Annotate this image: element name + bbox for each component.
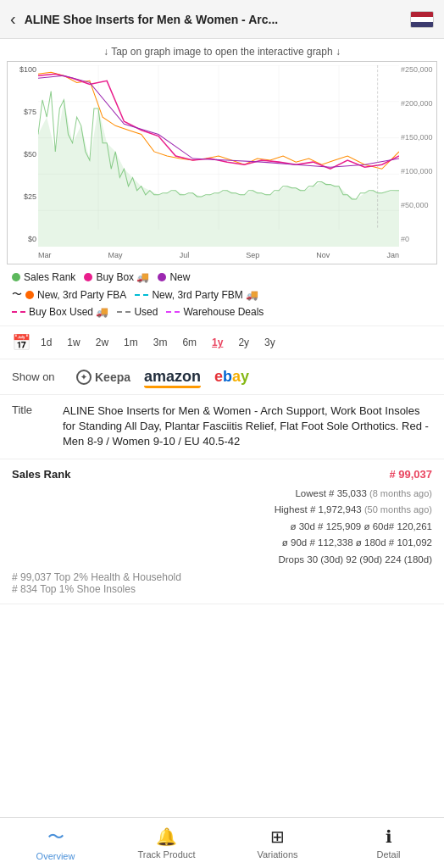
drops-30d: 30 xyxy=(307,554,318,565)
time-3y[interactable]: 3y xyxy=(259,334,280,351)
time-1w[interactable]: 1w xyxy=(62,334,85,351)
detail-icon: ℹ xyxy=(386,826,392,847)
legend-sales-rank: Sales Rank xyxy=(12,271,75,283)
avg-180d-label: ø 180d xyxy=(356,537,389,548)
nav-variations-label: Variations xyxy=(257,849,297,860)
y-axis-right: #0 #50,000 #100,000 #150,000 #200,000 #2… xyxy=(399,62,436,247)
back-button[interactable]: ‹ xyxy=(10,9,16,29)
ebay-a: a xyxy=(232,368,241,385)
app-header: ‹ ALINE Shoe Inserts for Men & Women - A… xyxy=(0,0,444,39)
page-title: ALINE Shoe Inserts for Men & Women - Arc… xyxy=(25,13,402,26)
lowest-ago: (8 months ago) xyxy=(369,488,432,498)
time-1d[interactable]: 1d xyxy=(36,334,57,351)
avg-90d: # 112,338 xyxy=(309,537,352,548)
avg-60d-label: ø 60d# xyxy=(364,521,397,531)
title-value: ALINE Shoe Inserts for Men & Women - Arc… xyxy=(63,403,432,450)
lowest-value: # 35,033 xyxy=(329,488,367,498)
legend-warehouse: Warehouse Deals xyxy=(166,306,264,318)
legend-buy-box: Buy Box 🚚 xyxy=(84,271,149,283)
rank-categories: # 99,037 Top 2% Health & Household # 834… xyxy=(12,571,432,595)
legend-buy-box-used: Buy Box Used 🚚 xyxy=(12,306,108,318)
track-icon: 🔔 xyxy=(156,826,177,847)
overview-icon: 〜 xyxy=(47,826,64,849)
bottom-navigation: 〜 Overview 🔔 Track Product ⊞ Variations … xyxy=(0,817,444,868)
price-chart[interactable]: $0 $25 $50 $75 $100 #0 #50,000 #100,000 … xyxy=(7,61,437,264)
nav-overview-label: Overview xyxy=(36,851,75,861)
amazon-link[interactable]: amazon xyxy=(144,368,201,386)
nav-detail-label: Detail xyxy=(376,849,400,860)
cat1-pct: Top 2% xyxy=(54,571,88,583)
nav-track-label: Track Product xyxy=(137,849,195,860)
nav-overview[interactable]: 〜 Overview xyxy=(0,818,111,868)
nav-track[interactable]: 🔔 Track Product xyxy=(111,818,222,868)
nav-detail[interactable]: ℹ Detail xyxy=(333,818,444,868)
legend-new-fba: 〜 New, 3rd Party FBA xyxy=(12,287,126,302)
time-2y[interactable]: 2y xyxy=(233,334,254,351)
time-2w[interactable]: 2w xyxy=(91,334,114,351)
keepa-label: Keepa xyxy=(95,370,130,384)
sales-rank-section: Sales Rank # 99,037 Lowest # 35,033 (8 m… xyxy=(0,459,444,605)
drops-180d: 224 xyxy=(385,554,401,565)
legend-new: New xyxy=(158,271,190,283)
cat2-pct: Top 1% xyxy=(40,583,74,595)
keepa-icon: ✦ xyxy=(76,370,92,385)
amazon-label: amazon xyxy=(144,368,201,385)
drops-30d-label: (30d) xyxy=(320,554,346,565)
product-title-section: Title ALINE Shoe Inserts for Men & Women… xyxy=(0,395,444,459)
cat1-rank: # 99,037 xyxy=(12,571,52,583)
avg-30d: # 125,909 xyxy=(318,521,361,531)
cat2-rank: # 834 xyxy=(12,583,37,595)
keepa-link[interactable]: ✦ Keepa xyxy=(76,370,130,385)
drops-label: Drops xyxy=(278,554,307,565)
ebay-e: e xyxy=(214,368,223,385)
legend-used: Used xyxy=(117,306,158,318)
variations-icon: ⊞ xyxy=(270,826,285,847)
ebay-b: b xyxy=(223,368,232,385)
nav-variations[interactable]: ⊞ Variations xyxy=(222,818,333,868)
calendar-icon: 📅 xyxy=(12,333,31,352)
ebay-y: y xyxy=(241,368,249,385)
avg-90d-label: ø 90d xyxy=(282,537,310,548)
time-1y[interactable]: 1y xyxy=(207,334,228,351)
chart-svg xyxy=(38,65,399,247)
y-axis-left: $0 $25 $50 $75 $100 xyxy=(8,62,38,247)
show-on-section: Show on ✦ Keepa amazon ebay xyxy=(0,359,444,395)
avg-180d: # 101,092 xyxy=(389,537,432,548)
flag-icon xyxy=(410,11,434,28)
category1: # 99,037 Top 2% Health & Household xyxy=(12,571,432,583)
highest-ago: (50 months ago) xyxy=(364,504,432,515)
avg-60d: 120,261 xyxy=(397,521,432,531)
chart-legend: Sales Rank Buy Box 🚚 New 〜 New, 3rd Part… xyxy=(0,264,444,326)
sales-rank-details: Lowest # 35,033 (8 months ago) Highest #… xyxy=(12,486,432,569)
time-6m[interactable]: 6m xyxy=(177,334,202,351)
time-1m[interactable]: 1m xyxy=(119,334,143,351)
highest-value: # 1,972,943 xyxy=(310,504,362,515)
sales-rank-current: # 99,037 xyxy=(389,468,432,481)
legend-new-fbm: New, 3rd Party FBM 🚚 xyxy=(135,289,258,301)
avg-label: ø 30d xyxy=(290,521,318,531)
x-axis: Mar May Jul Sep Nov Jan xyxy=(38,247,399,264)
cat1-name: Health & Household xyxy=(91,571,181,583)
time-3m[interactable]: 3m xyxy=(148,334,173,351)
cat2-name: Shoe Insoles xyxy=(77,583,136,595)
sales-rank-label: Sales Rank xyxy=(12,468,70,481)
graph-hint[interactable]: ↓ Tap on graph image to open the interac… xyxy=(0,39,444,61)
drops-90d-label: (90d) xyxy=(359,554,385,565)
ebay-link[interactable]: ebay xyxy=(214,368,249,386)
highest-label: Highest xyxy=(275,504,310,515)
time-range-selector: 📅 1d 1w 2w 1m 3m 6m 1y 2y 3y xyxy=(0,326,444,359)
show-on-label: Show on xyxy=(12,370,63,383)
drops-90d: 92 xyxy=(346,554,357,565)
drops-180d-label: (180d) xyxy=(404,554,432,565)
category2: # 834 Top 1% Shoe Insoles xyxy=(12,583,432,595)
title-label: Title xyxy=(12,403,54,450)
lowest-label: Lowest xyxy=(295,488,329,498)
